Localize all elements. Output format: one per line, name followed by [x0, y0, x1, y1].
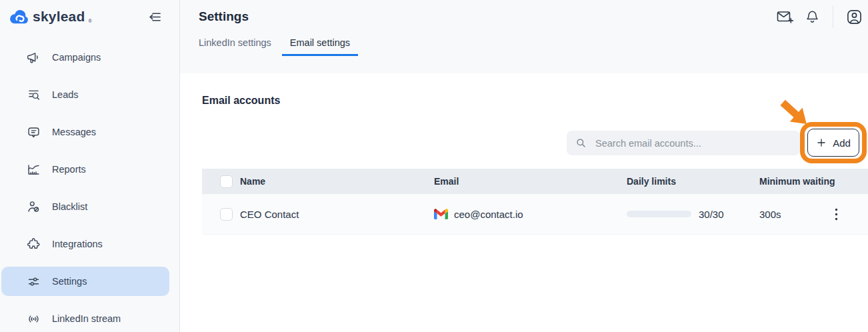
search-input[interactable]	[594, 137, 792, 149]
skylead-cloud-icon	[9, 9, 29, 25]
daily-limits-cell: 30/30	[627, 209, 757, 220]
sidebar-item-reports[interactable]: Reports	[1, 155, 169, 184]
column-header-name: Name	[240, 176, 434, 187]
lead-search-icon	[27, 88, 41, 102]
sliders-icon	[27, 275, 41, 289]
row-actions-cell	[831, 205, 868, 223]
sidebar-item-label: Integrations	[52, 239, 103, 249]
sidebar-item-label: LinkedIn stream	[52, 313, 121, 324]
table-header-row: Name Email Daily limits Minimum waiting	[202, 169, 868, 194]
page-title: Settings	[199, 9, 249, 24]
blocked-user-icon	[27, 200, 41, 214]
email-settings-content: Email accounts	[180, 73, 868, 332]
account-email-text: ceo@contact.io	[454, 209, 523, 220]
header-row: Settings	[180, 0, 868, 27]
daily-limit-value: 30/30	[699, 209, 724, 220]
mail-plus-icon[interactable]	[776, 9, 793, 25]
puzzle-icon	[27, 237, 41, 251]
email-accounts-table: Name Email Daily limits Minimum waiting …	[202, 169, 868, 235]
sidebar-item-label: Reports	[52, 164, 86, 175]
select-all-checkbox[interactable]	[220, 175, 233, 188]
column-header-daily-limits: Daily limits	[627, 176, 757, 187]
minimum-waiting-cell: 300s	[757, 209, 831, 220]
table-row: CEO Contact ceo@contact.io	[202, 194, 868, 235]
sidebar-item-label: Campaigns	[52, 52, 101, 63]
settings-tabs: LinkedIn settings Email settings	[180, 37, 868, 56]
broadcast-icon	[27, 312, 41, 326]
notifications-bell-icon[interactable]	[805, 9, 820, 25]
search-email-accounts-box	[567, 131, 800, 155]
sidebar-item-leads[interactable]: Leads	[1, 80, 169, 109]
sidebar-item-settings[interactable]: Settings	[1, 267, 169, 296]
sidebar-nav: Campaigns Leads	[0, 43, 179, 332]
header-divider	[833, 5, 833, 28]
app-window: skylead ® Campaigns	[0, 0, 868, 332]
tab-linkedin-settings[interactable]: LinkedIn settings	[199, 37, 271, 56]
row-select-cell	[202, 208, 240, 221]
select-all-cell	[202, 175, 240, 188]
row-kebab-menu-icon[interactable]	[832, 205, 841, 223]
sidebar-item-blacklist[interactable]: Blacklist	[1, 192, 169, 221]
add-email-account-button[interactable]: Add	[807, 129, 859, 157]
report-chart-icon	[27, 163, 41, 177]
sidebar-item-label: Leads	[52, 89, 79, 100]
column-header-email: Email	[434, 176, 627, 187]
search-icon	[575, 137, 587, 149]
section-title: Email accounts	[202, 95, 280, 107]
brand-name: skylead	[33, 9, 85, 25]
plus-icon	[816, 137, 827, 148]
message-bubble-icon	[27, 125, 41, 139]
collapse-sidebar-icon[interactable]	[147, 9, 162, 25]
column-header-minimum-waiting: Minimum waiting	[757, 176, 831, 187]
header-icons	[776, 5, 863, 28]
registered-mark: ®	[88, 19, 91, 25]
sidebar-logo-row: skylead ®	[0, 0, 179, 27]
account-name-cell: CEO Contact	[240, 209, 434, 220]
tab-email-settings[interactable]: Email settings	[282, 37, 358, 56]
gmail-icon	[434, 209, 448, 219]
row-checkbox[interactable]	[220, 208, 233, 221]
sidebar-item-messages[interactable]: Messages	[1, 117, 169, 147]
sidebar-item-label: Blacklist	[52, 201, 87, 212]
add-button-highlight-ring: Add	[800, 122, 867, 163]
top-band: Settings	[180, 0, 868, 73]
sidebar-item-linkedin-stream[interactable]: LinkedIn stream	[1, 304, 169, 332]
megaphone-icon	[27, 51, 41, 65]
sidebar-item-label: Messages	[52, 127, 96, 137]
account-email-cell: ceo@contact.io	[434, 209, 627, 220]
sidebar-item-label: Settings	[52, 276, 87, 287]
skylead-logo[interactable]: skylead ®	[9, 9, 92, 25]
account-icon[interactable]	[846, 9, 863, 25]
sidebar-item-integrations[interactable]: Integrations	[1, 229, 169, 259]
main-area: Settings	[180, 0, 868, 332]
daily-limit-progress-bar	[627, 211, 691, 217]
add-button-label: Add	[833, 137, 851, 149]
sidebar: skylead ® Campaigns	[0, 0, 180, 332]
sidebar-item-campaigns[interactable]: Campaigns	[1, 43, 169, 72]
